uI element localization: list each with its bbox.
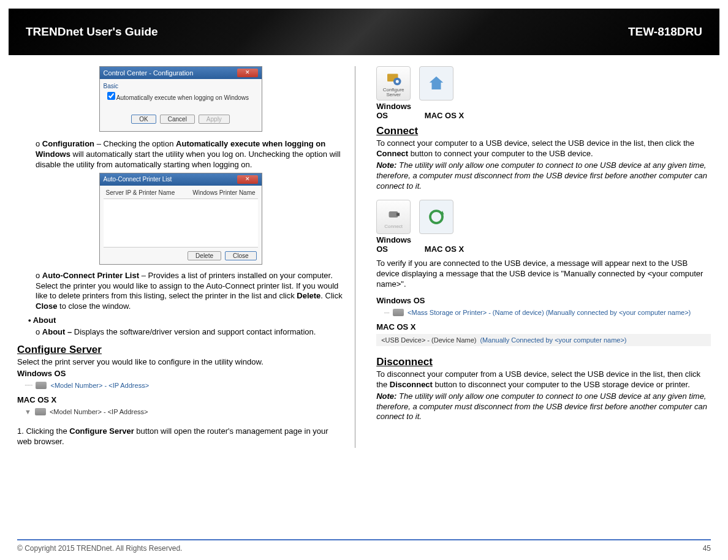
windows-os-label-2: Windows OS [376, 296, 711, 306]
triangle-icon: ▼ [25, 408, 31, 415]
dialog-button-row: OK Cancel Apply [104, 112, 258, 127]
apply-button[interactable]: Apply [199, 115, 230, 124]
right-column: Configure Server Windows OS MAC OS X Con… [373, 66, 711, 448]
tree-icon: ······· [25, 382, 32, 388]
os-labels-1: Windows OS MAC OS X [376, 102, 711, 120]
icon-row-connect: Connect [376, 200, 711, 234]
icon-row-configure: Configure Server [376, 66, 711, 100]
close-icon[interactable]: ✕ [237, 175, 258, 184]
col-server-printer: Server IP & Printer Name [106, 189, 175, 196]
step-1: 1. Clicking the Configure Server button … [17, 426, 344, 447]
dialog-printer-list: Auto-Connect Printer List ✕ Server IP & … [99, 173, 262, 265]
about-bullet: About [17, 316, 344, 326]
page-number: 45 [703, 544, 711, 553]
connect-note: Note: The utility will only allow one co… [376, 161, 711, 192]
heading-configure-server: Configure Server [17, 344, 344, 356]
config-paragraph: o Configuration – Checking the option Au… [17, 139, 344, 170]
dialog-title-text: Control Center - Configuration [104, 69, 194, 77]
page-header: TRENDnet User's Guide TEW-818DRU [0, 0, 728, 55]
delete-button[interactable]: Delete [188, 251, 221, 260]
device-icon [36, 382, 47, 389]
printer-columns: Server IP & Printer Name Windows Printer… [100, 186, 262, 197]
mac-os-label-2: MAC OS X [376, 322, 711, 333]
checkbox-label: Automatically execute when logging on Wi… [116, 94, 249, 101]
connect-icon-win[interactable]: Connect [376, 200, 411, 234]
os-labels-2: Windows OS MAC OS X [376, 235, 711, 254]
page-footer: © Copyright 2015 TRENDnet. All Rights Re… [17, 539, 711, 553]
dialog-printer-titlebar: Auto-Connect Printer List ✕ [100, 173, 262, 186]
verify-paragraph: To verify if you are connected to the US… [376, 259, 711, 290]
cancel-button[interactable]: Cancel [160, 115, 195, 124]
home-icon [427, 74, 446, 93]
windows-os-label: Windows OS [17, 369, 344, 379]
dialog-titlebar: Control Center - Configuration ✕ [100, 67, 262, 79]
disconnect-paragraph: To disconnect your computer from a USB d… [376, 369, 711, 390]
mac-msg-device: <USB Device> - (Device Name) [381, 336, 476, 344]
mac-model-ip-row: ▼ <Model Number> - <IP Address> [17, 407, 344, 422]
win-msg-text: <Mass Storage or Printer> - (Name of dev… [408, 309, 691, 316]
model-ip-text: <Model Number> - <IP Address> [50, 408, 148, 415]
header-title: TRENDnet User's Guide [26, 25, 158, 39]
win-connected-msg: ····· <Mass Storage or Printer> - (Name … [376, 308, 711, 322]
autoconnect-paragraph: o Auto-Connect Printer List – Provides a… [17, 271, 344, 312]
printer-button-row: Delete Close [100, 249, 262, 264]
close-icon[interactable]: ✕ [237, 69, 258, 77]
dialog-printer-title: Auto-Connect Printer List [104, 176, 172, 183]
printer-list-area[interactable] [104, 199, 258, 248]
configure-text: Select the print server you would like t… [17, 357, 344, 368]
close-button[interactable]: Close [225, 251, 257, 260]
content-area: Control Center - Configuration ✕ Basic A… [0, 55, 728, 448]
mac-os-label: MAC OS X [17, 395, 344, 406]
dialog-body: Basic Automatically execute when logging… [100, 79, 262, 131]
ok-button[interactable]: OK [131, 115, 156, 124]
refresh-icon [427, 208, 446, 226]
col-windows-printer: Windows Printer Name [192, 189, 255, 196]
header-model: TEW-818DRU [628, 25, 702, 39]
copyright-text: © Copyright 2015 TRENDnet. All Rights Re… [17, 544, 182, 553]
device-icon [393, 309, 404, 316]
server-gear-icon [384, 69, 403, 88]
mac-connected-msg: <USB Device> - (Device Name) (Manually C… [376, 334, 711, 346]
connect-paragraph: To connect your computer to a USB device… [376, 138, 711, 159]
connect-icon-mac[interactable] [419, 200, 453, 234]
configure-server-icon-win[interactable]: Configure Server [376, 66, 411, 100]
svg-point-5 [430, 211, 442, 223]
disconnect-note: Note: The utility will only allow one co… [376, 392, 711, 423]
device-icon [35, 408, 46, 415]
mac-msg-status: (Manually Connected by <your computer na… [480, 336, 626, 344]
fieldset-label: Basic [104, 83, 258, 89]
svg-rect-4 [396, 213, 400, 216]
plug-icon [384, 205, 403, 224]
dialog-control-center: Control Center - Configuration ✕ Basic A… [99, 66, 262, 132]
windows-model-ip-row: ······· <Model Number> - <IP Address> [17, 380, 344, 395]
svg-point-2 [396, 80, 399, 83]
model-ip-text: <Model Number> - <IP Address> [50, 382, 149, 389]
heading-connect: Connect [376, 125, 711, 137]
checkbox-row: Automatically execute when logging on Wi… [104, 89, 258, 112]
configure-server-icon-mac[interactable] [419, 66, 453, 100]
left-column: Control Center - Configuration ✕ Basic A… [17, 66, 355, 448]
heading-disconnect: Disconnect [376, 356, 711, 368]
about-sub: o About – Displays the software/driver v… [17, 327, 344, 338]
auto-execute-checkbox[interactable] [107, 92, 115, 100]
tree-icon: ····· [384, 309, 389, 316]
